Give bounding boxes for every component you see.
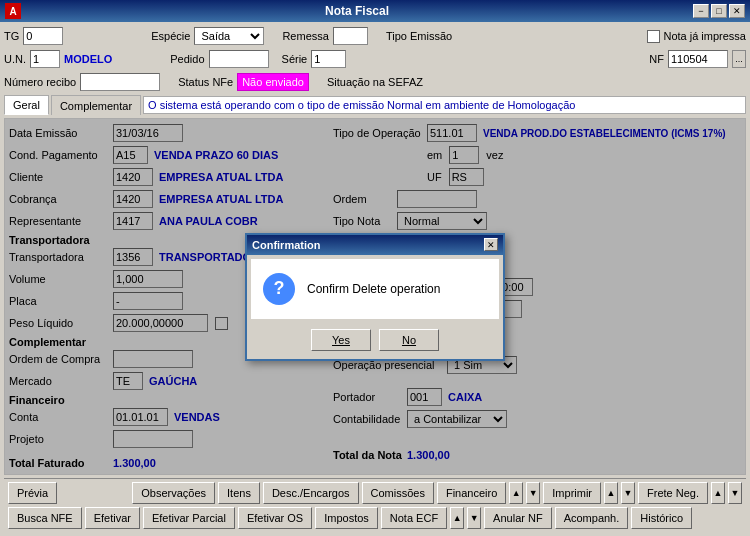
remessa-input[interactable]	[333, 27, 368, 45]
serie-label: Série	[282, 53, 308, 65]
itens-button[interactable]: Itens	[218, 482, 260, 504]
un-input[interactable]	[30, 50, 60, 68]
confirmation-modal: Confirmation ✕ ? Confirm Delete operatio…	[245, 233, 505, 361]
window-controls: − □ ✕	[693, 4, 745, 18]
frete-neg-button[interactable]: Frete Neg.	[638, 482, 708, 504]
acompanh-button[interactable]: Acompanh.	[555, 507, 629, 529]
nf-label: NF	[649, 53, 664, 65]
status-nfe-label: Status NFe	[178, 76, 233, 88]
modal-overlay: Confirmation ✕ ? Confirm Delete operatio…	[5, 119, 745, 474]
tipo-emissao-label: Tipo Emissão	[386, 30, 452, 42]
maximize-button[interactable]: □	[711, 4, 727, 18]
tg-input[interactable]	[23, 27, 63, 45]
observacoes-button[interactable]: Observações	[132, 482, 215, 504]
modal-yes-button[interactable]: Yes	[311, 329, 371, 351]
nota-impressa-checkbox[interactable]	[647, 30, 660, 43]
modal-no-button[interactable]: No	[379, 329, 439, 351]
modal-body: ? Confirm Delete operation	[251, 259, 499, 319]
modal-question-icon: ?	[263, 273, 295, 305]
especie-select[interactable]: Saída	[194, 27, 264, 45]
numero-recibo-input[interactable]	[80, 73, 160, 91]
busca-nfe-button[interactable]: Busca NFE	[8, 507, 82, 529]
financeiro-arrow-btn[interactable]: ▲	[509, 482, 523, 504]
financeiro-button[interactable]: Financeiro	[437, 482, 506, 504]
financeiro-arrow-down-btn[interactable]: ▼	[526, 482, 540, 504]
tab-complementar[interactable]: Complementar	[51, 95, 141, 115]
nota-ecf-arrow-btn[interactable]: ▲	[450, 507, 464, 529]
historico-button[interactable]: Histórico	[631, 507, 692, 529]
main-area: TG Espécie Saída Remessa Tipo Emissão No…	[0, 22, 750, 536]
imprimir-arrow-down-btn[interactable]: ▼	[621, 482, 635, 504]
efetivar-button[interactable]: Efetivar	[85, 507, 140, 529]
modal-titlebar: Confirmation ✕	[247, 235, 503, 255]
efetivar-os-button[interactable]: Efetivar OS	[238, 507, 312, 529]
remessa-label: Remessa	[282, 30, 328, 42]
minimize-button[interactable]: −	[693, 4, 709, 18]
title-bar: A Nota Fiscal − □ ✕	[0, 0, 750, 22]
previa-button[interactable]: Prévia	[8, 482, 57, 504]
nf-input[interactable]	[668, 50, 728, 68]
serie-input[interactable]	[311, 50, 346, 68]
modal-close-btn[interactable]: ✕	[484, 238, 498, 251]
toolbar-row1: Prévia Observações Itens Desc./Encargos …	[8, 482, 742, 504]
pedido-label: Pedido	[170, 53, 204, 65]
anular-nf-button[interactable]: Anular NF	[484, 507, 552, 529]
nf-browse-btn[interactable]: ...	[732, 50, 746, 68]
situacao-sefaz-label: Situação na SEFAZ	[327, 76, 423, 88]
frete-neg-arrow-btn[interactable]: ▲	[711, 482, 725, 504]
window-title: Nota Fiscal	[21, 4, 693, 18]
comissoes-button[interactable]: Comissões	[362, 482, 434, 504]
header-row1: TG Espécie Saída Remessa Tipo Emissão No…	[4, 26, 746, 46]
nota-ecf-button[interactable]: Nota ECF	[381, 507, 447, 529]
notice-bar: O sistema está operando com o tipo de em…	[143, 96, 746, 114]
close-button[interactable]: ✕	[729, 4, 745, 18]
modal-message: Confirm Delete operation	[307, 282, 440, 296]
modal-buttons: Yes No	[247, 323, 503, 359]
header-row3: Número recibo Status NFe Não enviado Sit…	[4, 72, 746, 92]
frete-neg-arrow-down-btn[interactable]: ▼	[728, 482, 742, 504]
imprimir-arrow-btn[interactable]: ▲	[604, 482, 618, 504]
impostos-button[interactable]: Impostos	[315, 507, 378, 529]
form-content: Data Emissão Cond. Pagamento VENDA PRAZO…	[4, 118, 746, 475]
modal-title: Confirmation	[252, 239, 320, 251]
status-nfe-badge: Não enviado	[237, 73, 309, 91]
especie-label: Espécie	[151, 30, 190, 42]
numero-recibo-label: Número recibo	[4, 76, 76, 88]
toolbar-row2: Busca NFE Efetivar Efetivar Parcial Efet…	[8, 507, 742, 529]
desc-encargos-button[interactable]: Desc./Encargos	[263, 482, 359, 504]
app-icon: A	[5, 3, 21, 19]
tabs-area: Geral Complementar O sistema está operan…	[4, 95, 746, 115]
un-label: U.N.	[4, 53, 26, 65]
nota-ecf-arrow-down-btn[interactable]: ▼	[467, 507, 481, 529]
pedido-input[interactable]	[209, 50, 269, 68]
tab-geral[interactable]: Geral	[4, 95, 49, 115]
toolbar: Prévia Observações Itens Desc./Encargos …	[4, 478, 746, 532]
nota-impressa-label: Nota já impressa	[663, 30, 746, 42]
imprimir-button[interactable]: Imprimir	[543, 482, 601, 504]
efetivar-parcial-button[interactable]: Efetivar Parcial	[143, 507, 235, 529]
header-row2: U.N. MODELO Pedido Série NF ...	[4, 49, 746, 69]
modelo-link[interactable]: MODELO	[64, 53, 112, 65]
tg-label: TG	[4, 30, 19, 42]
